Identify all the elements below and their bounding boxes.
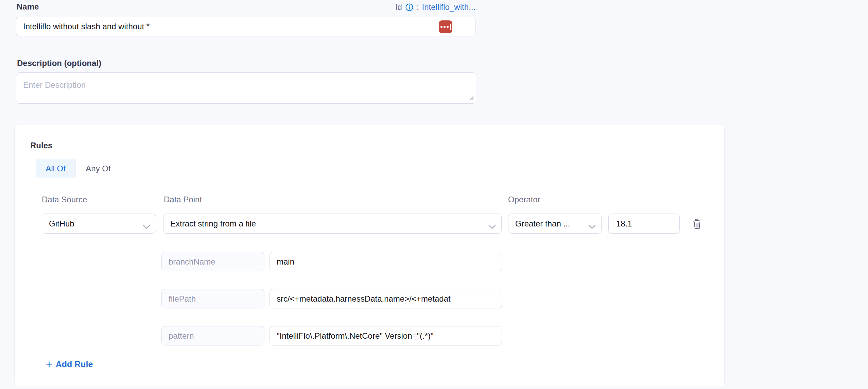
param-input-pattern[interactable]: "IntelliFlo\.Platform\.NetCore" Version=… xyxy=(270,326,502,345)
chevron-down-icon xyxy=(588,222,596,231)
param-key-label: pattern xyxy=(169,331,194,341)
rules-card: Rules All Of Any Of Data Source Data Poi… xyxy=(14,124,725,387)
autofill-icon[interactable] xyxy=(439,20,452,33)
param-value: "IntelliFlo\.Platform\.NetCore" Version=… xyxy=(277,331,434,341)
autofill-dot xyxy=(444,26,446,28)
param-input-filepath[interactable]: src/<+metadata.harnessData.name>/<+metad… xyxy=(270,289,502,308)
data-source-select[interactable]: GitHub xyxy=(42,214,156,234)
description-field-label: Description (optional) xyxy=(17,58,101,68)
param-key-label: branchName xyxy=(169,257,215,267)
id-label: Id xyxy=(395,2,402,12)
info-icon[interactable] xyxy=(405,3,414,12)
rule-combine-toggle: All Of Any Of xyxy=(36,159,121,178)
data-point-value: Extract string from a file xyxy=(170,219,256,229)
autofill-dot xyxy=(440,26,442,28)
param-value: main xyxy=(277,257,294,267)
plus-icon: + xyxy=(46,359,52,369)
name-input[interactable]: Intelliflo without slash and without * xyxy=(16,17,475,36)
delete-rule-button[interactable] xyxy=(690,216,705,231)
description-textarea[interactable]: Enter Description xyxy=(16,72,476,104)
name-field-label: Name xyxy=(17,2,39,12)
param-value: src/<+metadata.harnessData.name>/<+metad… xyxy=(277,294,451,304)
operator-select[interactable]: Greater than ... xyxy=(508,214,602,234)
autofill-dot xyxy=(447,26,449,28)
param-key-branchname: branchName xyxy=(161,252,264,271)
threshold-input[interactable]: 18.1 xyxy=(608,214,680,234)
entity-id-link[interactable]: Intelliflo_with... xyxy=(422,2,475,12)
data-source-label: Data Source xyxy=(42,195,87,204)
chevron-down-icon xyxy=(143,222,150,231)
threshold-value: 18.1 xyxy=(616,219,632,229)
trash-icon xyxy=(692,218,702,230)
param-input-branchname[interactable]: main xyxy=(270,252,502,271)
rules-title: Rules xyxy=(30,141,52,150)
resize-handle-icon[interactable] xyxy=(469,95,474,101)
description-placeholder: Enter Description xyxy=(23,80,86,89)
any-of-button[interactable]: Any Of xyxy=(75,159,121,178)
chevron-down-icon xyxy=(488,222,496,231)
param-key-label: filePath xyxy=(169,294,196,304)
param-key-filepath: filePath xyxy=(161,289,264,308)
add-rule-label: Add Rule xyxy=(56,359,93,369)
entity-id-row: Id : Intelliflo_with... xyxy=(395,2,475,12)
id-separator: : xyxy=(417,2,419,12)
operator-label: Operator xyxy=(508,195,540,204)
name-input-value: Intelliflo without slash and without * xyxy=(23,22,150,31)
data-source-value: GitHub xyxy=(49,219,74,229)
data-point-select[interactable]: Extract string from a file xyxy=(163,214,502,234)
param-key-pattern: pattern xyxy=(161,326,264,345)
data-point-label: Data Point xyxy=(164,195,202,204)
autofill-cursor xyxy=(450,24,451,30)
all-of-button[interactable]: All Of xyxy=(36,159,75,178)
operator-value: Greater than ... xyxy=(515,219,570,229)
add-rule-button[interactable]: + Add Rule xyxy=(46,359,93,369)
